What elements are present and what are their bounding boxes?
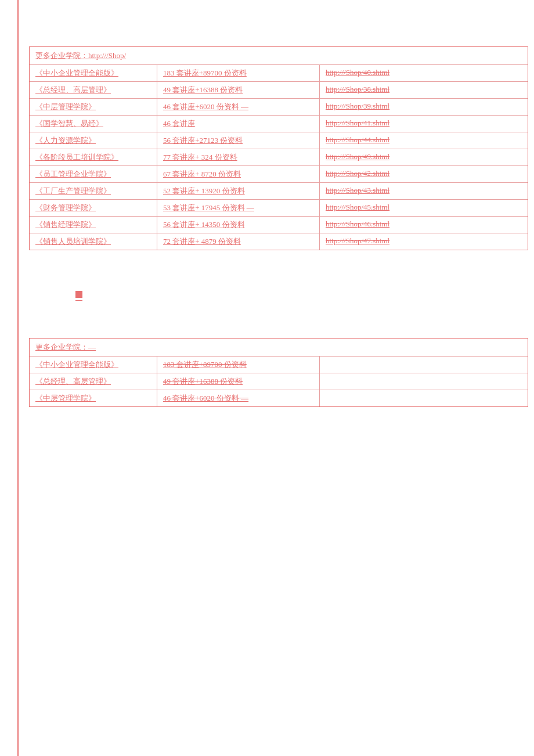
col3-cell: http:///Shop/47.shtml bbox=[320, 233, 528, 250]
col3-cell: http:///Shop/43.shtml bbox=[320, 183, 528, 199]
row1-col3-link[interactable]: http:///Shop/40.shtml bbox=[326, 68, 389, 77]
row2-col3-link[interactable]: http:///Shop/38.shtml bbox=[326, 85, 389, 93]
col3-cell bbox=[320, 357, 528, 373]
bottom-spacer bbox=[29, 407, 511, 442]
col1-cell: 《销售人员培训学院》 bbox=[30, 233, 157, 250]
spacer2 bbox=[29, 303, 511, 338]
col3-cell: http:///Shop/49.shtml bbox=[320, 149, 528, 165]
col2-cell: 183 套讲座+89700 份资料 bbox=[157, 357, 320, 373]
section1-header-link[interactable]: 更多企业学院：http:///Shop/ bbox=[35, 51, 126, 60]
row9-col2-link[interactable]: 53 套讲座+ 17945 份资料 — bbox=[163, 203, 254, 212]
top-spacer bbox=[29, 12, 511, 46]
row11-col1-link[interactable]: 《销售人员培训学院》 bbox=[35, 237, 111, 246]
col3-cell: http:///Shop/42.shtml bbox=[320, 166, 528, 182]
row6-col2-link[interactable]: 77 套讲座+ 324 份资料 bbox=[163, 153, 237, 161]
row3-col3-link[interactable]: http:///Shop/39.shtml bbox=[326, 102, 389, 110]
row6-col1-link[interactable]: 《各阶段员工培训学院》 bbox=[35, 153, 118, 161]
table-row: 《总经理、高层管理》 49 套讲座+16388 份资料 bbox=[30, 373, 528, 390]
col2-cell: 72 套讲座+ 4879 份资料 bbox=[157, 233, 320, 250]
s2-row2-col2-link[interactable]: 49 套讲座+16388 份资料 bbox=[163, 377, 243, 386]
row3-col1-link[interactable]: 《中层管理学院》 bbox=[35, 102, 96, 111]
col3-cell: http:///Shop/39.shtml bbox=[320, 99, 528, 115]
table-row: 《财务管理学院》 53 套讲座+ 17945 份资料 — http:///Sho… bbox=[30, 199, 528, 216]
col2-cell: 56 套讲座+ 14350 份资料 bbox=[157, 217, 320, 233]
row1-col2-link[interactable]: 183 套讲座+89700 份资料 bbox=[163, 69, 247, 77]
table-row: 《中层管理学院》 46 套讲座+6020 份资料 — http:///Shop/… bbox=[30, 98, 528, 115]
row9-col3-link[interactable]: http:///Shop/45.shtml bbox=[326, 203, 389, 211]
col2-cell: 53 套讲座+ 17945 份资料 — bbox=[157, 200, 320, 216]
col3-cell: http:///Shop/41.shtml bbox=[320, 116, 528, 132]
s2-row2-col1-link[interactable]: 《总经理、高层管理》 bbox=[35, 377, 111, 386]
col1-cell: 《国学智慧、易经》 bbox=[30, 116, 157, 132]
table-row: 《中小企业管理全能版》 183 套讲座+89700 份资料 http:///Sh… bbox=[30, 65, 528, 81]
col2-cell: 46 套讲座+6020 份资料 — bbox=[157, 390, 320, 406]
section2-table: 更多企业学院：— 《中小企业管理全能版》 183 套讲座+89700 份资料 《… bbox=[29, 338, 528, 407]
row4-col3-link[interactable]: http:///Shop/41.shtml bbox=[326, 118, 389, 127]
col3-cell: http:///Shop/38.shtml bbox=[320, 82, 528, 98]
row5-col3-link[interactable]: http:///Shop/44.shtml bbox=[326, 135, 389, 144]
row5-col1-link[interactable]: 《人力资源学院》 bbox=[35, 136, 96, 145]
table-row: 《中小企业管理全能版》 183 套讲座+89700 份资料 bbox=[30, 357, 528, 373]
section1-header: 更多企业学院：http:///Shop/ bbox=[30, 47, 528, 65]
section1-table: 更多企业学院：http:///Shop/ 《中小企业管理全能版》 183 套讲座… bbox=[29, 46, 528, 250]
row10-col1-link[interactable]: 《销售经理学院》 bbox=[35, 220, 96, 229]
table-row: 《销售人员培训学院》 72 套讲座+ 4879 份资料 http:///Shop… bbox=[30, 233, 528, 250]
table-row: 《员工管理企业学院》 67 套讲座+ 8720 份资料 http:///Shop… bbox=[30, 165, 528, 182]
row11-col2-link[interactable]: 72 套讲座+ 4879 份资料 bbox=[163, 237, 241, 246]
row2-col2-link[interactable]: 49 套讲座+16388 份资料 bbox=[163, 85, 243, 94]
s2-row3-col2-link[interactable]: 46 套讲座+6020 份资料 — bbox=[163, 394, 248, 402]
col1-cell: 《中层管理学院》 bbox=[30, 390, 157, 406]
row8-col2-link[interactable]: 52 套讲座+ 13920 份资料 bbox=[163, 186, 245, 195]
col3-cell bbox=[320, 373, 528, 390]
row9-col1-link[interactable]: 《财务管理学院》 bbox=[35, 203, 96, 212]
col1-cell: 《中小企业管理全能版》 bbox=[30, 65, 157, 81]
col3-cell bbox=[320, 390, 528, 406]
col3-cell: http:///Shop/40.shtml bbox=[320, 65, 528, 81]
row2-col1-link[interactable]: 《总经理、高层管理》 bbox=[35, 85, 111, 94]
col1-cell: 《中小企业管理全能版》 bbox=[30, 357, 157, 373]
col1-cell: 《总经理、高层管理》 bbox=[30, 373, 157, 390]
row1-col1-link[interactable]: 《中小企业管理全能版》 bbox=[35, 69, 118, 77]
s2-row1-col1-link[interactable]: 《中小企业管理全能版》 bbox=[35, 360, 118, 369]
col2-cell: 67 套讲座+ 8720 份资料 bbox=[157, 166, 320, 182]
col2-cell: 183 套讲座+89700 份资料 bbox=[157, 65, 320, 81]
row8-col3-link[interactable]: http:///Shop/43.shtml bbox=[326, 186, 389, 195]
row10-col2-link[interactable]: 56 套讲座+ 14350 份资料 bbox=[163, 220, 245, 229]
page-content: 更多企业学院：http:///Shop/ 《中小企业管理全能版》 183 套讲座… bbox=[0, 0, 534, 453]
row5-col2-link[interactable]: 56 套讲座+27123 份资料 bbox=[163, 136, 243, 145]
col1-cell: 《工厂生产管理学院》 bbox=[30, 183, 157, 199]
section1-body: 《中小企业管理全能版》 183 套讲座+89700 份资料 http:///Sh… bbox=[30, 65, 528, 250]
red-square-underline bbox=[75, 300, 82, 301]
col3-cell: http:///Shop/46.shtml bbox=[320, 217, 528, 233]
table-row: 《人力资源学院》 56 套讲座+27123 份资料 http:///Shop/4… bbox=[30, 132, 528, 149]
col2-cell: 49 套讲座+16388 份资料 bbox=[157, 373, 320, 390]
col1-cell: 《人力资源学院》 bbox=[30, 132, 157, 149]
s2-row3-col1-link[interactable]: 《中层管理学院》 bbox=[35, 394, 96, 402]
row7-col3-link[interactable]: http:///Shop/42.shtml bbox=[326, 169, 389, 178]
table-row: 《销售经理学院》 56 套讲座+ 14350 份资料 http:///Shop/… bbox=[30, 216, 528, 233]
section2-body: 《中小企业管理全能版》 183 套讲座+89700 份资料 《总经理、高层管理》… bbox=[30, 357, 528, 406]
row10-col3-link[interactable]: http:///Shop/46.shtml bbox=[326, 219, 389, 228]
col1-cell: 《销售经理学院》 bbox=[30, 217, 157, 233]
col2-cell: 49 套讲座+16388 份资料 bbox=[157, 82, 320, 98]
col3-cell: http:///Shop/45.shtml bbox=[320, 200, 528, 216]
row11-col3-link[interactable]: http:///Shop/47.shtml bbox=[326, 236, 389, 245]
table-row: 《工厂生产管理学院》 52 套讲座+ 13920 份资料 http:///Sho… bbox=[30, 182, 528, 199]
section2-header-link[interactable]: 更多企业学院：— bbox=[35, 343, 96, 351]
left-border bbox=[17, 0, 19, 756]
row7-col1-link[interactable]: 《员工管理企业学院》 bbox=[35, 170, 111, 178]
col2-cell: 77 套讲座+ 324 份资料 bbox=[157, 149, 320, 165]
row6-col3-link[interactable]: http:///Shop/49.shtml bbox=[326, 152, 389, 161]
row4-col1-link[interactable]: 《国学智慧、易经》 bbox=[35, 119, 103, 128]
row4-col2-link[interactable]: 46 套讲座 bbox=[163, 119, 195, 128]
row7-col2-link[interactable]: 67 套讲座+ 8720 份资料 bbox=[163, 170, 241, 178]
col2-cell: 52 套讲座+ 13920 份资料 bbox=[157, 183, 320, 199]
row8-col1-link[interactable]: 《工厂生产管理学院》 bbox=[35, 186, 111, 195]
s2-row1-col2-link[interactable]: 183 套讲座+89700 份资料 bbox=[163, 360, 247, 369]
table-row: 《国学智慧、易经》 46 套讲座 http:///Shop/41.shtml bbox=[30, 115, 528, 132]
red-square-icon bbox=[75, 291, 82, 298]
row3-col2-link[interactable]: 46 套讲座+6020 份资料 — bbox=[163, 102, 248, 111]
col1-cell: 《财务管理学院》 bbox=[30, 200, 157, 216]
middle-spacer bbox=[29, 250, 511, 285]
table-row: 《总经理、高层管理》 49 套讲座+16388 份资料 http:///Shop… bbox=[30, 81, 528, 98]
